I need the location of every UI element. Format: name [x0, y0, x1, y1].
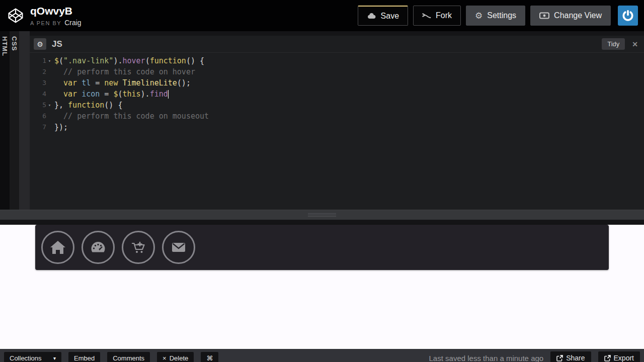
code-line[interactable]: 2 // perform this code on hover — [30, 66, 644, 77]
embed-button-label: Embed — [74, 354, 95, 362]
code-line[interactable]: 1▾$(".nav-link").hover(function() { — [30, 55, 644, 66]
comments-button-label: Comments — [113, 354, 144, 362]
preview-nav-link-mail[interactable] — [162, 231, 195, 264]
footer-bar: Collections ▾ Embed Comments × Delete ⌘ … — [0, 349, 644, 362]
js-settings-button[interactable]: ⚙ — [34, 38, 46, 50]
code-line[interactable]: 7}); — [30, 122, 644, 133]
grip-icon — [308, 213, 336, 217]
gear-icon: ⚙ — [475, 11, 482, 21]
settings-button-label: Settings — [487, 11, 516, 20]
tab-html-panel[interactable]: HTML — [0, 31, 10, 210]
command-icon: ⌘ — [206, 354, 213, 362]
cart-plus-icon — [130, 240, 146, 255]
pen-title: qOwvyB — [30, 5, 82, 17]
codepen-logo-icon[interactable] — [7, 7, 24, 24]
preview-nav-link-home[interactable] — [41, 231, 74, 264]
delete-button[interactable]: × Delete — [157, 352, 194, 362]
external-link-icon — [556, 355, 563, 361]
save-button[interactable]: Save — [358, 6, 408, 26]
fold-arrow-icon[interactable]: ▾ — [46, 100, 53, 111]
preview-nav-link-dashboard[interactable] — [82, 231, 115, 264]
html-panel-label: HTML — [1, 31, 9, 210]
power-icon — [621, 9, 634, 22]
change-view-button[interactable]: Change View — [530, 6, 611, 26]
tab-css-panel[interactable]: CSS — [10, 31, 19, 210]
dashboard-icon — [90, 240, 107, 255]
tidy-button[interactable]: Tidy — [602, 38, 625, 50]
export-button-label: Export — [614, 354, 634, 362]
eye-panel-icon — [539, 12, 549, 19]
result-preview — [0, 225, 644, 349]
external-link-icon — [604, 355, 611, 361]
byline: A PEN BY Craig — [30, 19, 82, 27]
js-editor-panel: ⚙ JS Tidy ✕ 1▾$(".nav-link").hover(funct… — [30, 36, 644, 210]
code-line[interactable]: 3 var tl = new TimelineLite(); — [30, 77, 644, 88]
header: qOwvyB A PEN BY Craig Save Fork ⚙ — [0, 0, 644, 31]
keyboard-shortcuts-button[interactable]: ⌘ — [201, 352, 218, 362]
collections-label: Collections — [10, 354, 42, 362]
code-line[interactable]: 6 // perform this code on mouseout — [30, 111, 644, 122]
envelope-icon — [170, 240, 187, 254]
fork-icon — [422, 12, 431, 19]
css-panel-label: CSS — [11, 31, 18, 210]
embed-button[interactable]: Embed — [68, 352, 100, 362]
home-icon — [49, 240, 66, 255]
byline-author[interactable]: Craig — [64, 19, 81, 27]
collections-dropdown[interactable]: Collections ▾ — [4, 352, 61, 362]
chevron-down-icon: ▾ — [53, 355, 56, 361]
save-button-label: Save — [381, 12, 399, 21]
fork-button[interactable]: Fork — [413, 6, 461, 26]
preview-navbar — [35, 225, 609, 270]
horizontal-resize-handle[interactable] — [0, 210, 644, 220]
code-editor[interactable]: 1▾$(".nav-link").hover(function() {2 // … — [30, 53, 644, 210]
gear-icon: ⚙ — [37, 41, 43, 48]
export-button[interactable]: Export — [598, 351, 640, 362]
code-lines: 1▾$(".nav-link").hover(function() {2 // … — [30, 55, 644, 133]
code-line[interactable]: 5▾}, function() { — [30, 100, 644, 111]
delete-x-icon: × — [163, 354, 167, 362]
js-panel-header: ⚙ JS Tidy ✕ — [30, 36, 644, 53]
user-avatar-button[interactable] — [618, 6, 638, 26]
share-button-label: Share — [566, 354, 585, 362]
fold-arrow-icon[interactable]: ▾ — [46, 55, 53, 66]
last-saved-status: Last saved less than a minute ago — [429, 354, 544, 362]
delete-button-label: Delete — [170, 354, 189, 362]
change-view-button-label: Change View — [554, 11, 602, 20]
editor-region: HTML CSS ⚙ JS Tidy ✕ 1▾$(".nav-link").ho… — [0, 31, 644, 210]
panel-resize-gutter[interactable] — [19, 31, 30, 210]
js-panel-label: JS — [52, 39, 62, 49]
fork-button-label: Fork — [436, 11, 452, 20]
cloud-icon — [367, 13, 376, 19]
settings-button[interactable]: ⚙ Settings — [466, 6, 525, 26]
preview-nav-link-cart[interactable] — [122, 231, 155, 264]
byline-prefix: A PEN BY — [30, 20, 61, 26]
text-cursor — [168, 90, 169, 99]
comments-button[interactable]: Comments — [107, 352, 150, 362]
pen-title-block: qOwvyB A PEN BY Craig — [30, 5, 82, 27]
share-button[interactable]: Share — [550, 351, 591, 362]
header-actions: Save Fork ⚙ Settings Change View — [358, 6, 638, 26]
code-line[interactable]: 4 var icon = $(this).find — [30, 88, 644, 100]
close-panel-icon[interactable]: ✕ — [632, 40, 638, 48]
